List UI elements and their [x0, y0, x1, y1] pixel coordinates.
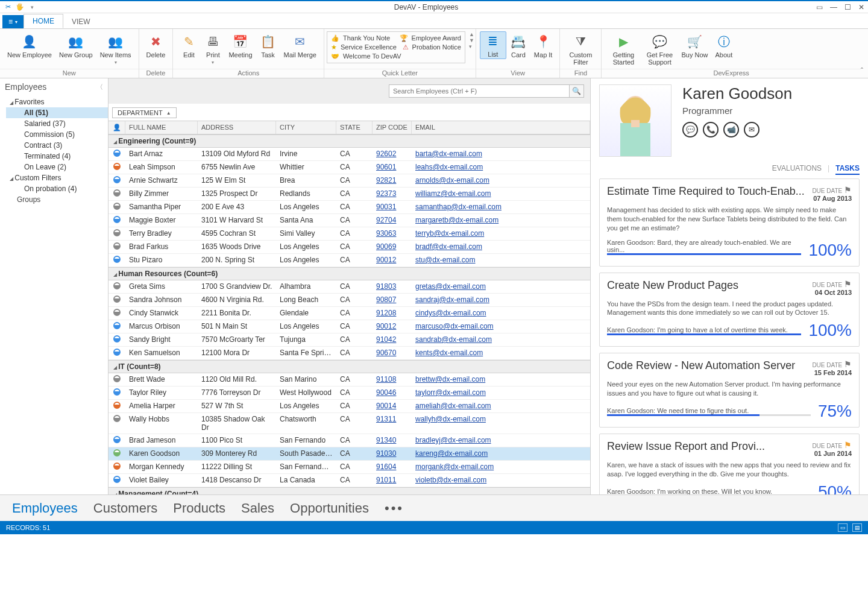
cell-zip[interactable]: 91011 [373, 474, 412, 487]
view-mode-2-icon[interactable]: ▤ [852, 523, 862, 532]
getting-started-button[interactable]: ▶Getting Started [605, 31, 641, 68]
cell-zip[interactable]: 90601 [373, 161, 412, 174]
buy-now-button[interactable]: 🛒Buy Now [678, 31, 711, 60]
cell-zip[interactable]: 91803 [373, 280, 412, 293]
table-row[interactable]: Samantha Piper200 E Ave 43Los AngelesCA9… [108, 201, 590, 214]
task-card[interactable]: Code Review - New Automation ServerDUE D… [599, 353, 860, 428]
nav-opportunities[interactable]: Opportunities [290, 500, 369, 516]
cell-email[interactable]: gretas@dx-email.com [412, 280, 590, 293]
cell-zip[interactable]: 90012 [373, 320, 412, 333]
table-row[interactable]: Greta Sims1700 S Grandview Dr.AlhambraCA… [108, 280, 590, 294]
mail-button[interactable]: ✉ [744, 122, 760, 137]
cell-zip[interactable]: 91311 [373, 413, 412, 434]
call-button[interactable]: 📞 [703, 122, 719, 137]
new-items-button[interactable]: 👥New Items▾ [96, 31, 135, 67]
cell-zip[interactable]: 91108 [373, 373, 412, 386]
cell-zip[interactable]: 90046 [373, 387, 412, 399]
view-mapit-button[interactable]: 📍Map It [530, 31, 556, 60]
tree-customfilters[interactable]: Custom Filters [6, 172, 108, 183]
cell-email[interactable]: morgank@dx-email.com [412, 461, 590, 473]
table-row[interactable]: Sandra Johnson4600 N Virginia Rd.Long Be… [108, 294, 590, 307]
table-row[interactable]: Leah Simpson6755 Newlin AveWhittierCA906… [108, 161, 590, 174]
gallery-down-icon[interactable]: ▼ [469, 37, 474, 43]
nav-products[interactable]: Products [173, 500, 225, 516]
cell-zip[interactable]: 92602 [373, 148, 412, 160]
table-row[interactable]: Brad Jameson1100 Pico StSan FernandoCA91… [108, 434, 590, 447]
table-row[interactable]: Maggie Boxter3101 W Harvard StSanta AnaC… [108, 214, 590, 227]
header-city[interactable]: CITY [276, 121, 336, 134]
tab-view[interactable]: VIEW [63, 15, 99, 28]
cell-zip[interactable]: 90012 [373, 254, 412, 267]
print-button[interactable]: 🖶Print▾ [201, 31, 225, 67]
gallery-more-icon[interactable]: ▾ [469, 43, 474, 49]
tree-onprobation[interactable]: On probation (4) [6, 183, 108, 194]
ribbon-options-icon[interactable]: ▭ [816, 3, 823, 11]
cell-zip[interactable]: 90069 [373, 241, 412, 253]
view-list-button[interactable]: ≣List [480, 31, 506, 59]
cell-zip[interactable]: 90807 [373, 294, 412, 306]
table-row[interactable]: Terry Bradley4595 Cochran StSimi ValleyC… [108, 227, 590, 241]
cell-email[interactable]: taylorr@dx-email.com [412, 387, 590, 399]
new-employee-button[interactable]: 👤New Employee [4, 31, 55, 60]
group-header[interactable]: IT (Count=8) [108, 360, 590, 373]
cell-email[interactable]: cindys@dx-email.com [412, 307, 590, 320]
delete-button[interactable]: ✖Delete [143, 31, 169, 60]
cell-email[interactable]: stu@dx-email.com [412, 254, 590, 267]
edit-button[interactable]: ✎Edit [177, 31, 201, 60]
table-row[interactable]: Violet Bailey1418 Descanso DrLa CanadaCA… [108, 474, 590, 487]
maximize-icon[interactable]: ☐ [844, 3, 851, 11]
cell-email[interactable]: leahs@dx-email.com [412, 161, 590, 174]
task-button[interactable]: 📋Task [256, 31, 280, 60]
cell-email[interactable]: terryb@dx-email.com [412, 227, 590, 240]
cell-zip[interactable]: 92373 [373, 188, 412, 200]
cell-email[interactable]: brettw@dx-email.com [412, 373, 590, 386]
cell-email[interactable]: bradf@dx-email.com [412, 241, 590, 253]
support-button[interactable]: 💬Get Free Support [641, 31, 678, 68]
new-group-button[interactable]: 👥New Group [55, 31, 96, 60]
table-row[interactable]: Brett Wade1120 Old Mill Rd.San MarinoCA9… [108, 373, 590, 387]
table-row[interactable]: Sandy Bright7570 McGroarty TerTujungaCA9… [108, 333, 590, 347]
about-button[interactable]: ⓘAbout [711, 31, 736, 60]
cell-email[interactable]: margaretb@dx-email.com [412, 214, 590, 227]
tab-home[interactable]: HOME [24, 14, 63, 28]
tab-evaluations[interactable]: EVALUATIONS [772, 164, 822, 175]
collapse-ribbon-icon[interactable]: ˆ [861, 67, 868, 78]
cell-zip[interactable]: 91340 [373, 434, 412, 447]
cell-email[interactable]: marcuso@dx-email.com [412, 320, 590, 333]
tree-terminated[interactable]: Terminated (4) [6, 151, 108, 162]
close-icon[interactable]: ✕ [858, 3, 864, 11]
tree-all[interactable]: All (51) [6, 107, 108, 118]
sidebar-collapse-icon[interactable]: 〈 [96, 83, 103, 92]
cell-email[interactable]: bradleyj@dx-email.com [412, 434, 590, 447]
mail-merge-button[interactable]: ✉Mail Merge [280, 31, 320, 60]
cell-email[interactable]: arnolds@dx-email.com [412, 174, 590, 187]
nav-employees[interactable]: Employees [12, 500, 78, 516]
chat-button[interactable]: 💬 [682, 122, 698, 137]
cell-zip[interactable]: 90014 [373, 400, 412, 412]
table-row[interactable]: Marcus Orbison501 N Main StLos AngelesCA… [108, 320, 590, 333]
cell-email[interactable]: ameliah@dx-email.com [412, 400, 590, 412]
gallery-up-icon[interactable]: ▲ [469, 31, 474, 37]
search-button[interactable]: 🔍 [570, 84, 584, 98]
tree-favorites[interactable]: Favorites [6, 96, 108, 107]
search-input[interactable] [389, 84, 570, 98]
task-card[interactable]: Estimate Time Required to Touch-Enab...D… [599, 178, 860, 267]
cell-zip[interactable]: 91604 [373, 461, 412, 473]
table-row[interactable]: Morgan Kennedy11222 Dilling StSan Fernan… [108, 461, 590, 474]
table-row[interactable]: Brad Farkus1635 Woods DriveLos AngelesCA… [108, 241, 590, 254]
table-row[interactable]: Cindy Stanwick2211 Bonita Dr.GlendaleCA9… [108, 307, 590, 320]
table-row[interactable]: Bart Arnaz13109 Old Myford RdIrvineCA926… [108, 148, 590, 161]
grid-body[interactable]: Engineering (Count=9)Bart Arnaz13109 Old… [108, 134, 590, 494]
nav-sales[interactable]: Sales [241, 500, 274, 516]
table-row[interactable]: Taylor Riley7776 Torreyson DrWest Hollyw… [108, 387, 590, 400]
tree-salaried[interactable]: Salaried (37) [6, 118, 108, 129]
cell-zip[interactable]: 91208 [373, 307, 412, 320]
cell-email[interactable]: samanthap@dx-email.com [412, 201, 590, 213]
table-row[interactable]: Arnie Schwartz125 W Elm StBreaCA92821arn… [108, 174, 590, 188]
table-row[interactable]: Wally Hobbs10385 Shadow Oak DrChatsworth… [108, 413, 590, 434]
tree-groups[interactable]: Groups [6, 194, 108, 205]
nav-more[interactable]: ••• [385, 500, 404, 516]
video-button[interactable]: 📹 [723, 122, 739, 137]
header-state[interactable]: STATE [336, 121, 373, 134]
view-mode-1-icon[interactable]: ▭ [838, 523, 848, 532]
